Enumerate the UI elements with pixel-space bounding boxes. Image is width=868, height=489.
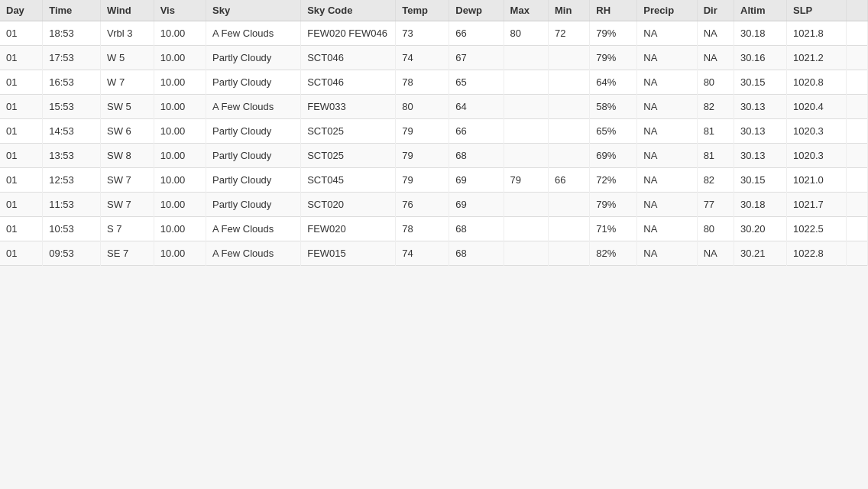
table-row: 0111:53SW 710.00Partly CloudySCT02076697…	[0, 193, 868, 217]
cell-min	[548, 217, 589, 241]
cell-sky: A Few Clouds	[206, 95, 301, 119]
cell-altim: 30.15	[734, 70, 787, 95]
cell-sky: A Few Clouds	[206, 241, 301, 266]
cell-min	[548, 241, 589, 266]
cell-vis: 10.00	[154, 119, 206, 144]
cell-temp: 73	[396, 21, 449, 46]
cell-wind: W 7	[101, 70, 154, 95]
cell-vis: 10.00	[154, 46, 206, 70]
cell-precip: NA	[637, 144, 697, 168]
cell-temp: 78	[396, 217, 449, 241]
cell-dewp: 69	[449, 193, 504, 217]
cell-skycode: FEW020 FEW046	[301, 21, 396, 46]
cell-rh: 71%	[590, 217, 637, 241]
cell-dir: 82	[697, 168, 734, 193]
cell-vis: 10.00	[154, 241, 206, 266]
cell-dewp: 66	[449, 21, 504, 46]
cell-min	[548, 70, 589, 95]
cell-vis: 10.00	[154, 70, 206, 95]
col-header-dewp: Dewp	[449, 0, 504, 21]
cell-max	[504, 95, 548, 119]
cell-precip: NA	[637, 46, 697, 70]
cell-skycode: SCT020	[301, 193, 396, 217]
cell-day: 01	[0, 21, 43, 46]
cell-dewp: 68	[449, 217, 504, 241]
cell-sky: Partly Cloudy	[206, 168, 301, 193]
cell-day: 01	[0, 168, 43, 193]
cell-wind: SW 5	[101, 95, 154, 119]
cell-min	[548, 144, 589, 168]
cell-dir: 77	[697, 193, 734, 217]
weather-table-container: Day Time Wind Vis Sky Sky Code Temp Dewp…	[0, 0, 868, 266]
cell-min: 66	[548, 168, 589, 193]
cell-time: 17:53	[43, 46, 101, 70]
cell-rh: 79%	[590, 193, 637, 217]
col-header-precip: Precip	[637, 0, 697, 21]
table-row: 0114:53SW 610.00Partly CloudySCT02579666…	[0, 119, 868, 144]
cell-dir: 81	[697, 144, 734, 168]
cell-max	[504, 193, 548, 217]
cell-rh: 72%	[590, 168, 637, 193]
cell-rh: 69%	[590, 144, 637, 168]
cell-max	[504, 119, 548, 144]
col-header-min: Min	[548, 0, 589, 21]
cell-skycode: SCT046	[301, 70, 396, 95]
cell-dewp: 64	[449, 95, 504, 119]
cell-time: 13:53	[43, 144, 101, 168]
cell-altim: 30.20	[734, 217, 787, 241]
cell-skycode: FEW020	[301, 217, 396, 241]
col-header-dir: Dir	[697, 0, 734, 21]
cell-dir: NA	[697, 241, 734, 266]
cell-extra	[847, 241, 868, 266]
col-header-sky: Sky	[206, 0, 301, 21]
cell-precip: NA	[637, 193, 697, 217]
table-row: 0115:53SW 510.00A Few CloudsFEW033806458…	[0, 95, 868, 119]
cell-slp: 1020.3	[786, 119, 846, 144]
col-header-skycode: Sky Code	[301, 0, 396, 21]
cell-day: 01	[0, 46, 43, 70]
cell-day: 01	[0, 241, 43, 266]
cell-extra	[847, 95, 868, 119]
cell-wind: SW 6	[101, 119, 154, 144]
col-header-time: Time	[43, 0, 101, 21]
cell-precip: NA	[637, 168, 697, 193]
cell-vis: 10.00	[154, 168, 206, 193]
cell-temp: 74	[396, 46, 449, 70]
cell-max	[504, 144, 548, 168]
cell-dir: 80	[697, 217, 734, 241]
cell-precip: NA	[637, 70, 697, 95]
cell-max	[504, 217, 548, 241]
cell-max	[504, 70, 548, 95]
cell-altim: 30.15	[734, 168, 787, 193]
cell-slp: 1021.8	[786, 21, 846, 46]
cell-extra	[847, 21, 868, 46]
cell-min	[548, 193, 589, 217]
cell-extra	[847, 70, 868, 95]
cell-slp: 1022.5	[786, 217, 846, 241]
table-row: 0113:53SW 810.00Partly CloudySCT02579686…	[0, 144, 868, 168]
cell-sky: Partly Cloudy	[206, 144, 301, 168]
cell-day: 01	[0, 70, 43, 95]
cell-time: 15:53	[43, 95, 101, 119]
cell-precip: NA	[637, 119, 697, 144]
cell-dewp: 69	[449, 168, 504, 193]
cell-sky: Partly Cloudy	[206, 70, 301, 95]
col-header-wind: Wind	[101, 0, 154, 21]
cell-rh: 58%	[590, 95, 637, 119]
cell-time: 10:53	[43, 217, 101, 241]
cell-precip: NA	[637, 95, 697, 119]
col-header-slp: SLP	[786, 0, 846, 21]
cell-vis: 10.00	[154, 217, 206, 241]
cell-wind: SW 8	[101, 144, 154, 168]
cell-time: 16:53	[43, 70, 101, 95]
cell-time: 11:53	[43, 193, 101, 217]
cell-max: 79	[504, 168, 548, 193]
cell-time: 12:53	[43, 168, 101, 193]
cell-rh: 65%	[590, 119, 637, 144]
cell-wind: W 5	[101, 46, 154, 70]
cell-temp: 80	[396, 95, 449, 119]
col-header-max: Max	[504, 0, 548, 21]
cell-time: 18:53	[43, 21, 101, 46]
cell-temp: 76	[396, 193, 449, 217]
cell-rh: 79%	[590, 21, 637, 46]
